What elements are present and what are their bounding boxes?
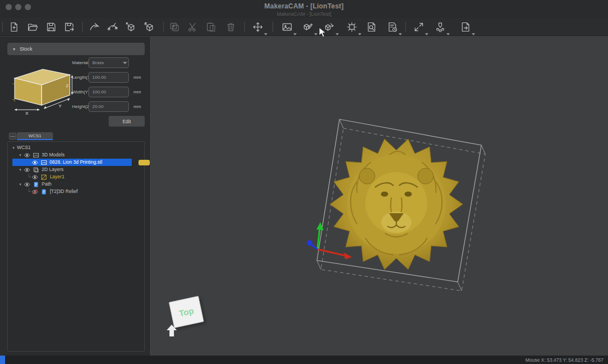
edit-vector-button[interactable] [105,20,120,34]
chevron-down-icon [446,33,450,35]
toolbar-separator [82,22,83,32]
expander-icon[interactable]: ▾ [18,151,23,159]
delete-button[interactable] [223,20,238,34]
document-search-icon [366,21,377,33]
cut-button[interactable] [185,20,200,34]
toolpath-item-icon [41,188,47,195]
tree-label: 2D Layers [42,166,64,173]
chevron-down-icon [358,33,361,35]
stock-axis-y-label: Y [59,104,62,109]
expander-icon[interactable]: ▾ [11,144,16,151]
height-input[interactable] [88,101,129,112]
tree-label: Layer1 [50,173,64,181]
chevron-down-icon [314,33,318,35]
edit-vector-icon [107,21,118,33]
tree-row-lion-model[interactable]: 0826. Lion 3d Printing.stl [12,159,132,166]
export-model-icon [144,21,155,33]
tab-wcs1[interactable]: WCS1 [17,132,53,140]
tree-row-2d-layers[interactable]: ▾ 2D Layers [8,166,144,173]
chevron-down-icon [472,33,475,35]
toolpath-time-button[interactable] [385,20,400,34]
open-folder-icon [27,21,38,33]
fullscreen-button[interactable] [412,20,426,34]
tree-row-3d-models[interactable]: ▾ 3D Models [8,151,144,159]
import-model-button[interactable] [123,20,138,34]
stock-section-header[interactable]: ▾Stock [7,43,145,55]
edit-model-icon [302,21,314,33]
move-transform-button[interactable] [251,20,265,34]
expander-icon[interactable]: ▾ [18,166,23,173]
stock-preview-thumbnail: Z Y X [7,60,73,115]
image-icon [281,21,293,33]
tree-elbow: └ [27,173,30,181]
preview-document-button[interactable] [364,20,379,34]
import-vector-button[interactable] [87,20,102,34]
fullscreen-icon [413,21,424,33]
chevron-down-icon: ▾ [13,43,15,56]
edit-model-button[interactable] [301,20,315,34]
layer-icon [41,174,47,181]
copy-button[interactable] [167,20,182,34]
save-button[interactable] [44,20,59,34]
window-title: MakeraCAM - [LionTest] [0,2,608,10]
model-color-swatch[interactable] [138,160,150,165]
width-unit: mm [133,89,141,95]
document-clock-icon [387,21,398,33]
eye-icon[interactable] [32,174,38,181]
height-unit: mm [133,104,141,109]
main-toolbar [0,18,608,36]
cut-scissors-icon [187,21,198,33]
tree-row-layer1[interactable]: └ Layer1 [8,173,144,181]
tree-row-3d-relief[interactable]: └ [T2]3D Relief [8,188,144,195]
toolbar-separator [163,22,164,32]
document-export-icon [460,21,471,33]
import-vector-icon [89,21,100,33]
eye-hidden-icon[interactable] [32,188,38,195]
width-input[interactable] [88,87,129,97]
length-input[interactable] [88,72,129,83]
paste-icon [205,21,217,33]
stock-axis-x-label: X [25,111,29,115]
tree-row-wcs1[interactable]: ▾ WCS1 [8,144,144,151]
trace-image-button[interactable] [280,20,294,34]
eye-icon[interactable] [24,181,30,188]
eye-icon[interactable] [32,159,38,166]
model-item-icon [41,159,47,166]
machine-probe-icon [435,21,446,33]
eye-icon[interactable] [24,152,30,159]
status-left-indicator [0,356,5,364]
new-file-button[interactable] [7,20,21,34]
toolbar-separator [405,22,406,32]
window-subtitle: MakeraCAM - [LionTest] [0,11,608,17]
lion-relief-model[interactable] [330,139,463,269]
machine-probe-button[interactable] [433,20,448,34]
chevron-down-icon [123,62,127,64]
tree-row-path[interactable]: ▾ Path [8,181,144,188]
expander-icon[interactable]: ▾ [18,181,23,188]
eye-icon[interactable] [24,167,30,173]
move-arrows-icon [252,21,263,33]
export-file-button[interactable] [458,20,473,34]
trash-icon [225,21,236,33]
laser-button[interactable] [345,20,359,34]
toolbar-separator [244,22,245,32]
models-group-icon [33,152,39,159]
collapse-all-button[interactable]: — [9,133,16,140]
laser-icon [346,21,357,33]
open-file-button[interactable] [25,20,40,34]
path-group-icon [33,181,39,188]
status-bar: Mouse X: 53.473 Y: 54.823 Z: -5.767 [0,356,608,364]
chevron-down-icon [264,33,267,35]
paste-button[interactable] [204,20,218,34]
stock-axis-z-label: Z [66,83,69,88]
edit-stock-button[interactable]: Edit [109,116,145,127]
project-tree: ▾ WCS1 ▾ 3D Models 0826. Lion 3d Printin… [7,141,145,352]
viewport-scene [150,37,608,356]
tree-label: 0826. Lion 3d Printing.stl [50,159,102,166]
export-model-button[interactable] [142,20,157,34]
home-view-arrow-icon[interactable] [166,325,177,337]
mouse-coordinates-readout: Mouse X: 53.473 Y: 54.823 Z: -5.767 [525,357,603,363]
viewport-3d[interactable]: Top [150,37,608,356]
save-as-button[interactable] [62,20,77,34]
tree-elbow: └ [27,188,30,195]
